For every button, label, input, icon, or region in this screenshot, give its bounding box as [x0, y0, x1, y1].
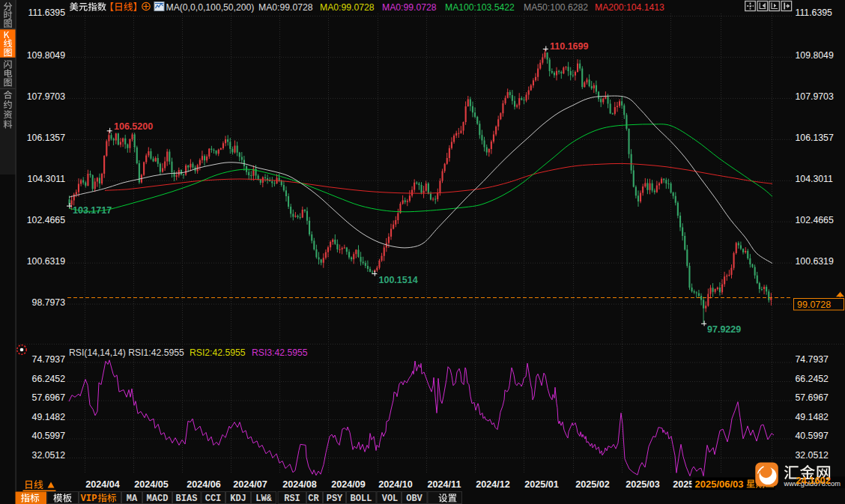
svg-text:24.1602: 24.1602 — [796, 475, 831, 486]
svg-text:RSI3:42.5955: RSI3:42.5955 — [252, 347, 308, 358]
svg-text:MA0:99.0728: MA0:99.0728 — [258, 2, 313, 13]
svg-text:KDJ: KDJ — [230, 494, 246, 504]
svg-text:74.7937: 74.7937 — [796, 354, 829, 365]
svg-text:PSY: PSY — [327, 494, 343, 504]
svg-text:2024/11: 2024/11 — [428, 479, 461, 490]
svg-text:49.1482: 49.1482 — [32, 412, 66, 422]
svg-text:109.8049: 109.8049 — [796, 50, 834, 61]
svg-text:VIP: VIP — [81, 494, 97, 504]
svg-text:2024/07: 2024/07 — [233, 479, 267, 490]
svg-text:99.0728: 99.0728 — [797, 300, 831, 310]
svg-text:32.0512: 32.0512 — [32, 450, 66, 461]
svg-text:107.9703: 107.9703 — [796, 91, 834, 102]
svg-text:2024/05: 2024/05 — [134, 479, 169, 490]
svg-text:2024/10: 2024/10 — [378, 479, 413, 490]
svg-text:111.6395: 111.6395 — [28, 7, 66, 18]
svg-text:106.1357: 106.1357 — [796, 133, 834, 143]
svg-text:2025/06/03: 2025/06/03 — [695, 479, 744, 490]
svg-text:102.4665: 102.4665 — [27, 215, 65, 225]
svg-text:109.8049: 109.8049 — [27, 50, 65, 61]
svg-text:CCI: CCI — [205, 494, 222, 504]
svg-text:MACD: MACD — [147, 494, 169, 504]
svg-text:100.6319: 100.6319 — [796, 256, 834, 267]
svg-text:MA0:99.0728: MA0:99.0728 — [382, 2, 437, 13]
svg-text:MA0:99.0728: MA0:99.0728 — [320, 2, 375, 13]
svg-text:74.7937: 74.7937 — [32, 354, 66, 365]
svg-text:102.4665: 102.4665 — [796, 215, 834, 225]
svg-text:104.3011: 104.3011 — [796, 174, 834, 184]
svg-text:MA: MA — [127, 494, 138, 504]
svg-text:49.1482: 49.1482 — [796, 412, 829, 422]
svg-text:100.6319: 100.6319 — [27, 256, 65, 267]
svg-text:2025/03: 2025/03 — [626, 479, 660, 490]
svg-text:BOLL: BOLL — [351, 494, 372, 504]
svg-text:CR: CR — [308, 494, 319, 504]
svg-text:2024/09: 2024/09 — [331, 479, 366, 490]
svg-text:OBV: OBV — [406, 494, 422, 504]
svg-text:100.1514: 100.1514 — [379, 275, 418, 285]
svg-text:VOL: VOL — [382, 494, 399, 504]
svg-text:MA100:103.5422: MA100:103.5422 — [445, 2, 515, 13]
svg-text:LW&: LW& — [255, 494, 272, 504]
svg-text:106.5200: 106.5200 — [114, 121, 153, 132]
svg-text:40.5997: 40.5997 — [796, 431, 829, 441]
svg-text:2025/02: 2025/02 — [575, 479, 610, 490]
svg-text:66.2452: 66.2452 — [32, 374, 66, 384]
svg-text:98.7973: 98.7973 — [32, 297, 66, 308]
svg-text:2024/04: 2024/04 — [85, 479, 120, 490]
svg-text:RSI: RSI — [284, 494, 300, 504]
svg-text:107.9703: 107.9703 — [27, 91, 65, 102]
svg-text:RSI2:42.5955: RSI2:42.5955 — [190, 347, 246, 358]
svg-text:103.1717: 103.1717 — [73, 205, 112, 216]
svg-text:MA200:104.1413: MA200:104.1413 — [595, 2, 664, 13]
svg-text:32.0512: 32.0512 — [796, 450, 829, 461]
svg-text:106.1357: 106.1357 — [27, 133, 65, 143]
svg-text:2025/01: 2025/01 — [524, 479, 559, 490]
svg-text:97.9229: 97.9229 — [707, 324, 741, 335]
svg-text:57.6967: 57.6967 — [796, 392, 829, 403]
svg-text:MA50:100.6282: MA50:100.6282 — [524, 2, 588, 13]
svg-text:2024/08: 2024/08 — [282, 479, 317, 490]
svg-text:40.5997: 40.5997 — [32, 431, 66, 441]
svg-text:66.2452: 66.2452 — [796, 374, 829, 384]
svg-text:2024/12: 2024/12 — [476, 479, 510, 490]
svg-text:57.6967: 57.6967 — [32, 392, 66, 403]
svg-text:RSI(14,14,14) RSI1:42.5955: RSI(14,14,14) RSI1:42.5955 — [69, 347, 184, 358]
svg-text:104.3011: 104.3011 — [28, 174, 66, 184]
svg-text:BIAS: BIAS — [176, 494, 198, 504]
svg-text:2024/06: 2024/06 — [187, 479, 221, 490]
svg-text:110.1699: 110.1699 — [550, 41, 588, 52]
svg-text:111.6395: 111.6395 — [796, 7, 833, 18]
svg-text:MA(0,0,0,100,50,200): MA(0,0,0,100,50,200) — [166, 2, 255, 13]
